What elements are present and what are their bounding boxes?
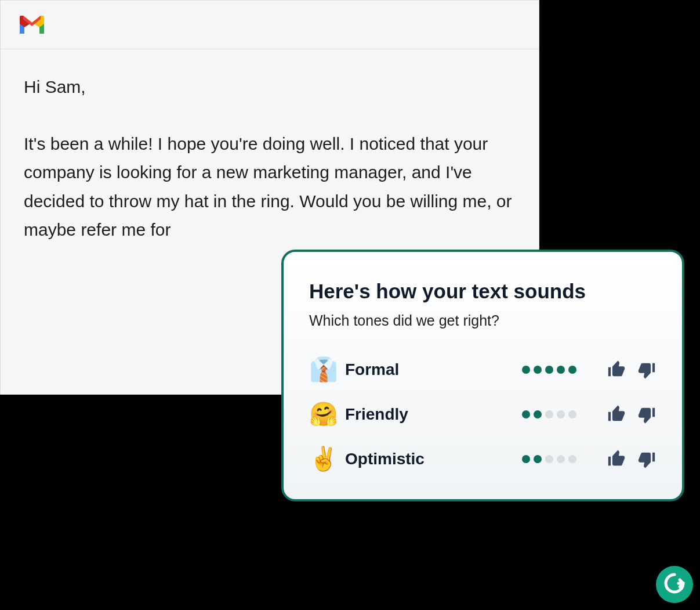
thumbs-up-icon[interactable] — [607, 360, 626, 380]
score-dot — [557, 410, 565, 418]
score-dot — [545, 455, 553, 463]
score-dot — [522, 366, 530, 374]
tone-emoji-icon: 👔 — [309, 356, 345, 383]
tone-row: 🤗Friendly — [309, 400, 657, 428]
score-dot — [568, 410, 576, 418]
score-dot — [545, 366, 553, 374]
tone-panel-title: Here's how your text sounds — [309, 280, 657, 303]
score-dot — [557, 455, 565, 463]
score-dot — [568, 366, 576, 374]
tone-emoji-icon: 🤗 — [309, 400, 345, 428]
tone-score-dots — [522, 366, 576, 374]
score-dot — [534, 366, 542, 374]
email-header — [1, 1, 539, 49]
score-dot — [568, 455, 576, 463]
score-dot — [545, 410, 553, 418]
thumbs-down-icon[interactable] — [637, 405, 657, 424]
tone-row: ✌️Optimistic — [309, 445, 657, 472]
score-dot — [557, 366, 565, 374]
score-dot — [534, 455, 542, 463]
thumbs-up-icon[interactable] — [607, 405, 626, 424]
grammarly-badge-button[interactable] — [656, 566, 693, 603]
email-greeting: Hi Sam, — [24, 73, 516, 102]
score-dot — [522, 455, 530, 463]
email-body[interactable]: Hi Sam, It's been a while! I hope you're… — [1, 49, 539, 262]
tone-label: Friendly — [345, 405, 522, 424]
tone-row: 👔Formal — [309, 356, 657, 383]
tone-emoji-icon: ✌️ — [309, 445, 345, 472]
thumbs-down-icon[interactable] — [637, 360, 657, 380]
grammarly-g-icon — [663, 572, 686, 597]
tone-detector-panel: Here's how your text sounds Which tones … — [281, 250, 684, 501]
tone-label: Formal — [345, 360, 522, 379]
score-dot — [534, 410, 542, 418]
tone-score-dots — [522, 410, 576, 418]
email-text: It's been a while! I hope you're doing w… — [24, 129, 516, 244]
tone-label: Optimistic — [345, 450, 522, 468]
gmail-logo-icon — [18, 15, 46, 35]
tone-panel-subtitle: Which tones did we get right? — [309, 312, 657, 329]
score-dot — [522, 410, 530, 418]
tone-score-dots — [522, 455, 576, 463]
thumbs-down-icon[interactable] — [637, 449, 657, 469]
thumbs-up-icon[interactable] — [607, 449, 626, 469]
